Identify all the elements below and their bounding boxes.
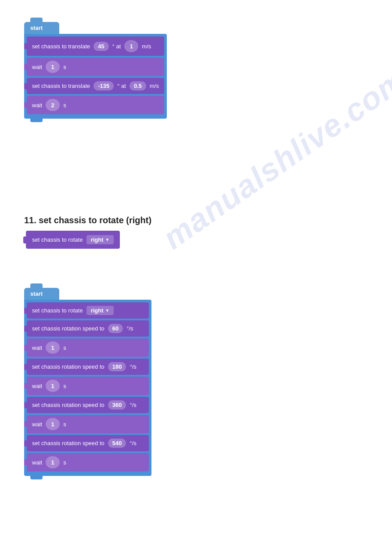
speed-val-2[interactable]: 180: [108, 362, 126, 371]
speed-value-1[interactable]: 1: [124, 40, 138, 52]
wait-unit-5: s: [63, 421, 66, 428]
rotate-direction-value: right: [91, 236, 104, 243]
speed-text-4: set chassis rotation speed to: [32, 440, 104, 446]
translate-block-1: set chassis to translate 45 ° at 1 m/s: [27, 36, 164, 56]
unit-1: m/s: [142, 43, 151, 50]
wait-text-6: wait: [32, 459, 42, 466]
speed-unit-2: °/s: [129, 363, 136, 370]
section-2-container: 11. set chassis to rotate (right) set ch…: [24, 215, 151, 249]
rotate-single-text: set chassis to rotate: [32, 236, 83, 243]
angle-value-1[interactable]: 45: [94, 42, 108, 51]
wait-block-3: wait 1 s: [27, 338, 149, 357]
speed-block-2: set chassis rotation speed to 180 °/s: [27, 359, 149, 375]
wait-val-4[interactable]: 1: [46, 380, 60, 392]
wait-unit-3: s: [63, 345, 66, 351]
block-wrapper-1: set chassis to translate 45 ° at 1 m/s w…: [24, 34, 167, 119]
speed-block-3: set chassis rotation speed to 360 °/s: [27, 397, 149, 413]
wait-block-5: wait 1 s: [27, 415, 149, 433]
rotate-dir-block: set chassis to rotate right ▼: [27, 302, 149, 319]
watermark: manualshlive.com: [156, 61, 392, 256]
speed-text-3: set chassis rotation speed to: [32, 402, 104, 408]
speed-unit-3: °/s: [129, 402, 136, 408]
wait-block-1: wait 1 s: [27, 58, 164, 76]
section-1-container: start set chassis to translate 45 ° at 1…: [24, 22, 167, 119]
rotate-single-block: set chassis to rotate right ▼: [26, 231, 120, 249]
speed-block-1: set chassis rotation speed to 60 °/s: [27, 320, 149, 337]
start-label-2: start: [24, 288, 59, 300]
unit-2: m/s: [150, 83, 159, 89]
start-block-2: start set chassis to rotate right ▼ set …: [24, 288, 151, 476]
translate-text-2: set chassis to translate: [32, 83, 90, 89]
speed-unit-4: °/s: [129, 440, 136, 446]
speed-value-2[interactable]: 0.5: [129, 81, 146, 91]
wait-value-1[interactable]: 1: [46, 61, 60, 73]
deg-at-1: ° at: [112, 43, 121, 50]
wait-unit-4: s: [63, 383, 66, 389]
wait-text-3: wait: [32, 345, 42, 351]
deg-at-2: ° at: [117, 83, 126, 89]
wait-text-2: wait: [32, 102, 42, 109]
start-label-1: start: [24, 22, 59, 34]
start-block-1: start set chassis to translate 45 ° at 1…: [24, 22, 167, 119]
wait-text-4: wait: [32, 383, 42, 389]
wait-unit-2: s: [63, 102, 66, 109]
speed-unit-1: °/s: [126, 325, 133, 332]
rotate-direction-dropdown[interactable]: right ▼: [86, 235, 114, 244]
wait-val-6[interactable]: 1: [46, 456, 60, 468]
rotate-dir-dropdown[interactable]: right ▼: [86, 306, 114, 315]
translate-block-2: set chassis to translate -135 ° at 0.5 m…: [27, 78, 164, 94]
speed-text-2: set chassis rotation speed to: [32, 363, 104, 370]
speed-val-4[interactable]: 540: [108, 439, 126, 448]
wait-block-6: wait 1 s: [27, 453, 149, 472]
wait-block-2: wait 2 s: [27, 96, 164, 114]
speed-val-1[interactable]: 60: [108, 324, 123, 333]
wait-text-5: wait: [32, 421, 42, 428]
wait-value-2[interactable]: 2: [46, 99, 60, 111]
section-2-heading: 11. set chassis to rotate (right): [24, 215, 151, 225]
dropdown-arrow-icon: ▼: [105, 237, 110, 242]
wait-block-4: wait 1 s: [27, 377, 149, 395]
angle-value-2[interactable]: -135: [94, 81, 114, 91]
rotate-dir-value: right: [91, 307, 104, 314]
wait-unit-1: s: [63, 64, 66, 70]
section-3-container: start set chassis to rotate right ▼ set …: [24, 288, 151, 476]
speed-text-1: set chassis rotation speed to: [32, 325, 104, 332]
block-wrapper-2: set chassis to rotate right ▼ set chassi…: [24, 300, 151, 476]
rotate-dir-text: set chassis to rotate: [32, 307, 83, 314]
wait-text-1: wait: [32, 64, 42, 70]
translate-text-1: set chassis to translate: [32, 43, 90, 50]
wait-unit-6: s: [63, 459, 66, 466]
wait-val-3[interactable]: 1: [46, 341, 60, 354]
dropdown-arrow-icon-2: ▼: [105, 308, 110, 313]
speed-block-4: set chassis rotation speed to 540 °/s: [27, 435, 149, 451]
wait-val-5[interactable]: 1: [46, 418, 60, 430]
speed-val-3[interactable]: 360: [108, 400, 126, 410]
